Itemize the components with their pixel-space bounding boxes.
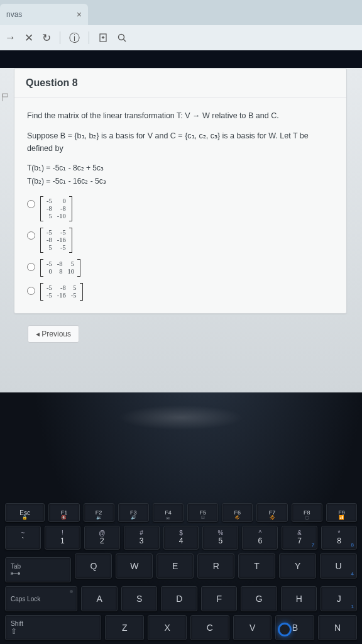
reload-icon[interactable]: ↻ [42,31,51,45]
previous-button[interactable]: ◂ Previous [28,325,79,343]
bezel-reflection [118,405,244,430]
close-icon[interactable]: ✕ [25,31,33,45]
equation-2: T(b₂) = -5c₁ - 16c₂ - 5c₃ [27,175,334,187]
key[interactable]: C [190,615,229,640]
svg-rect-3 [3,94,8,97]
key[interactable]: Caps Lock [5,586,77,611]
radio-input[interactable] [27,200,35,208]
matrix: -50-8-85-10 [40,196,72,221]
key[interactable]: F6🔅 [222,503,253,522]
key[interactable]: N [318,615,357,640]
power-led-icon [278,623,292,636]
info-icon[interactable]: ⓘ [69,31,80,45]
question-body: Find the matrix of the linear transforma… [14,98,346,313]
key[interactable]: F5⊡ [187,503,218,522]
key[interactable]: Esc🔒 [5,503,45,522]
key[interactable]: V [233,615,272,640]
svg-line-2 [124,40,126,42]
key[interactable]: U4 [320,553,357,579]
separator [60,31,60,44]
key[interactable]: F7🔆 [256,503,287,522]
qwerty-row-2: Caps LockASDFGHJ1 [5,586,357,611]
key[interactable]: Q [75,553,112,579]
number-row: ~`!1@2#3$4%5^6&77*88 [5,526,357,550]
answer-option[interactable]: -5-5-8-165-5 [27,228,334,253]
answer-option[interactable]: -5-85-5-16-5 [27,283,334,301]
key[interactable]: F3🔊 [118,503,149,522]
key[interactable]: H [281,586,317,611]
question-setup: Suppose B = {b₁, b₂} is a basis for V an… [27,130,334,155]
keyboard: Esc🔒F1🔇F2🔉F3🔊F4⏯F5⊡F6🔅F7🔆F8🖵F9📶 ~`!1@2#3… [0,503,362,644]
key[interactable]: F1🔇 [48,503,79,522]
question-prompt: Find the matrix of the linear transforma… [27,109,334,122]
key[interactable]: @2 [84,526,120,550]
radio-input[interactable] [27,231,35,240]
qwerty-row-3: Shift⇧ZXCVBN [5,615,357,640]
browser-tab[interactable]: nvas × [0,4,88,25]
key[interactable]: *88 [321,526,357,550]
key[interactable]: E [156,553,194,579]
key[interactable]: S [121,586,158,611]
key[interactable]: Y [279,553,316,579]
matrix: -5-85-5-16-5 [40,283,83,301]
svg-point-1 [119,35,124,40]
answer-option[interactable]: -50-8-85-10 [27,196,334,221]
key[interactable]: J1 [321,586,357,611]
key[interactable]: D [161,586,197,611]
forward-icon[interactable]: → [5,31,16,44]
key[interactable]: &77 [282,526,317,550]
search-icon[interactable] [117,33,127,43]
answer-option[interactable]: -5-850810 [27,259,334,277]
key[interactable]: F2🔉 [84,503,114,522]
key[interactable]: F [201,586,238,611]
key[interactable]: %5 [202,526,238,550]
answer-options: -50-8-85-10-5-5-8-165-5-5-850810-5-85-5-… [27,196,334,301]
tab-bar: nvas × [0,0,362,25]
key[interactable]: ^6 [242,526,278,550]
key[interactable]: F9📶 [326,503,357,522]
key[interactable]: Shift⇧ [5,615,101,640]
radio-input[interactable] [27,263,35,271]
tab-title: nvas [6,10,22,19]
keyboard-area: Esc🔒F1🔇F2🔉F3🔊F4⏯F5⊡F6🔅F7🔆F8🖵F9📶 ~`!1@2#3… [0,392,362,644]
key[interactable]: A [81,586,118,611]
function-row: Esc🔒F1🔇F2🔉F3🔊F4⏯F5⊡F6🔅F7🔆F8🖵F9📶 [5,503,357,522]
key[interactable]: F4⏯ [153,503,184,522]
matrix: -5-5-8-165-5 [40,228,72,253]
key[interactable]: W [116,553,153,579]
question-title: Question 8 [14,69,346,98]
key[interactable]: R [197,553,234,579]
browser-chrome: nvas × → ✕ ↻ ⓘ [0,0,362,50]
flag-icon[interactable] [1,93,10,104]
key[interactable]: Tab⇤⇥ [5,557,71,582]
key[interactable]: $4 [163,526,199,550]
key[interactable]: X [148,615,187,640]
key[interactable]: T [238,553,275,579]
key[interactable]: #3 [124,526,160,550]
equation-1: T(b₁) = -5c₁ - 8c₂ + 5c₃ [27,162,334,174]
key[interactable]: ~` [5,526,41,550]
key[interactable]: G [241,586,277,611]
toolbar: → ✕ ↻ ⓘ [0,25,362,50]
separator [89,31,89,44]
key[interactable]: !1 [45,526,80,550]
radio-input[interactable] [27,287,35,295]
download-icon[interactable] [98,33,108,43]
tab-close-icon[interactable]: × [77,9,82,19]
question-card: Question 8 Find the matrix of the linear… [14,68,347,314]
qwerty-row-1: Tab⇤⇥QWERTYU4 [5,553,357,582]
matrix: -5-850810 [40,259,80,277]
key[interactable]: F8🖵 [292,503,322,522]
page-content: Question 8 Find the matrix of the linear… [0,68,362,395]
key[interactable]: Z [105,615,144,640]
